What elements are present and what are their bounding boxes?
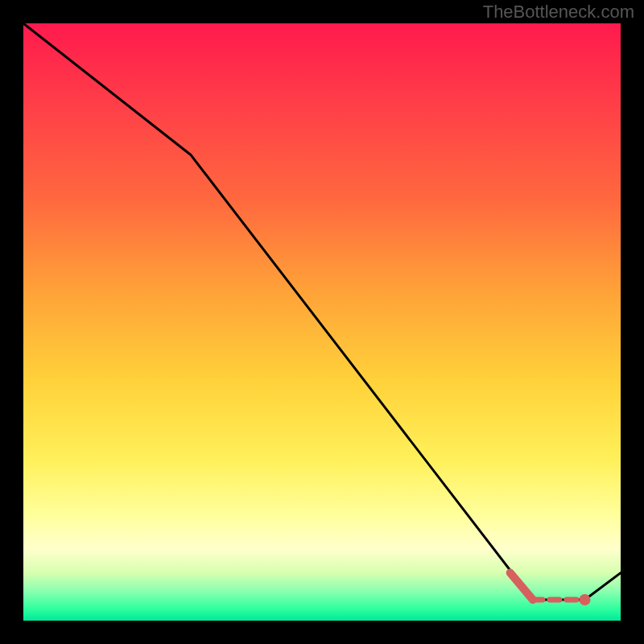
bottleneck-curve: [23, 23, 621, 600]
highlight-solid-segment: [510, 573, 533, 600]
chart-overlay: [23, 23, 621, 621]
highlight-dot: [580, 594, 591, 605]
chart-frame: TheBottleneck.com: [0, 0, 644, 644]
watermark-text: TheBottleneck.com: [483, 2, 634, 23]
